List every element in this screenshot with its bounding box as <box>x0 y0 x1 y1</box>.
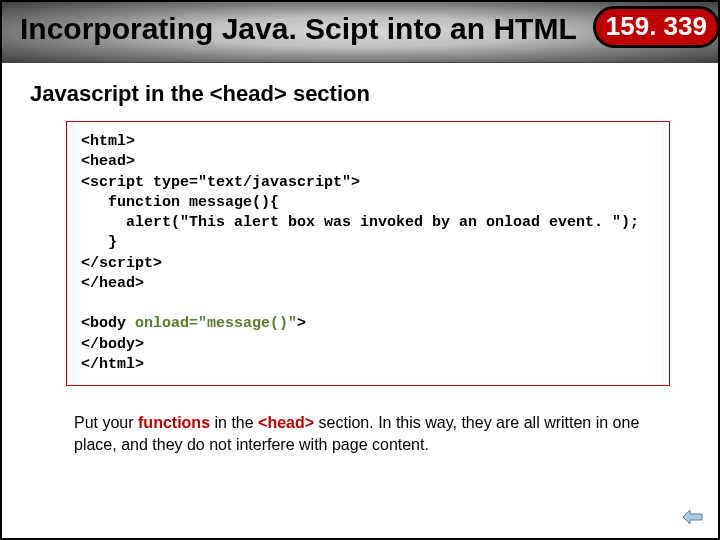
code-line: > <box>297 315 306 332</box>
slide-title: Incorporating Java. Scipt into an HTML <box>20 12 577 46</box>
code-line: script> <box>99 255 162 272</box>
code-line: <body <box>81 315 135 332</box>
section-subtitle: Javascript in the <head> section <box>30 81 690 107</box>
code-line: </body> <box>81 336 144 353</box>
code-line: </head> <box>81 275 144 292</box>
content-area: Javascript in the <head> section <html> … <box>2 63 718 465</box>
code-example-box: <html> <head> <script type="text/javascr… <box>66 121 670 386</box>
code-line: <script type="text/javascript"> <box>81 174 360 191</box>
code-highlight: onload="message()" <box>135 315 297 332</box>
code-line: alert("This alert box was invoked by an … <box>81 214 639 231</box>
slide: Incorporating Java. Scipt into an HTML 1… <box>2 2 718 538</box>
code-line: </ <box>81 255 99 272</box>
explanatory-note: Put your functions in the <head> section… <box>74 412 662 455</box>
note-emphasis-functions: functions <box>138 414 210 431</box>
course-number-badge: 159. 339 <box>593 6 720 48</box>
note-emphasis-head: <head> <box>258 414 314 431</box>
code-line: function message(){ <box>81 194 279 211</box>
note-text: Put your <box>74 414 138 431</box>
title-bar: Incorporating Java. Scipt into an HTML 1… <box>2 2 718 63</box>
code-line: <html> <box>81 133 135 150</box>
code-line: </html> <box>81 356 144 373</box>
back-arrow-icon[interactable] <box>682 508 704 526</box>
code-line: } <box>81 234 117 251</box>
code-line: <head> <box>81 153 135 170</box>
note-text: in the <box>210 414 258 431</box>
